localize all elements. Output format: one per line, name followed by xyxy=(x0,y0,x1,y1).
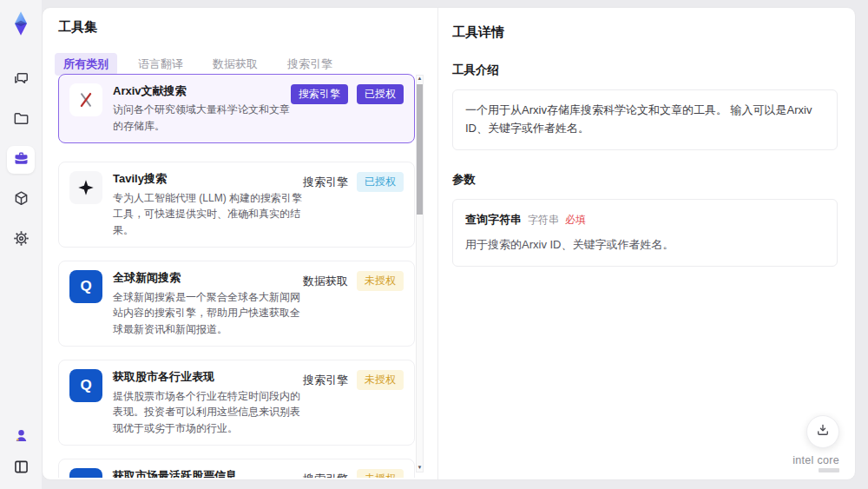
sidebar xyxy=(0,0,42,489)
person-icon xyxy=(12,426,30,448)
app-window: 工具集 所有类别 语言翻译 数据获取 搜索引擎 Arxiv文献搜索 xyxy=(0,0,868,489)
param-description: 用于搜索的Arxiv ID、关键字或作者姓名。 xyxy=(465,236,825,254)
tool-description: 提供股票市场各个行业在特定时间段内的表现。投资者可以利用这些信息来识别表现优于或… xyxy=(113,388,303,437)
tool-card-active-stocks[interactable]: Q 获取市场最活跃股票信息 提供当天交易量最高的股票列表。投资者可以利用这些信息… xyxy=(58,459,415,478)
intro-heading: 工具介绍 xyxy=(452,63,838,78)
scrollbar-thumb[interactable] xyxy=(417,84,423,215)
tool-category-label: 数据获取 xyxy=(303,274,348,289)
auth-status-badge: 已授权 xyxy=(357,84,404,104)
tool-name: 获取市场最活跃股票信息 xyxy=(113,468,303,478)
tool-card-global-news[interactable]: Q 全球新闻搜索 全球新闻搜索是一个聚合全球各大新闻网站内容的搜索引擎，帮助用户… xyxy=(58,261,415,347)
q-news-logo-icon: Q xyxy=(69,270,102,303)
tab-language-translation[interactable]: 语言翻译 xyxy=(129,53,192,76)
auth-status-badge: 已授权 xyxy=(357,172,404,192)
param-name: 查询字符串 xyxy=(465,211,522,229)
param-required-flag: 必填 xyxy=(565,212,586,228)
list-scrollbar[interactable]: ▲ ▼ xyxy=(416,75,424,472)
tool-name: 全球新闻搜索 xyxy=(113,270,303,286)
scroll-up-arrow-icon[interactable]: ▲ xyxy=(418,76,423,83)
main-panel: 工具集 所有类别 语言翻译 数据获取 搜索引擎 Arxiv文献搜索 xyxy=(42,7,856,480)
sidebar-item-tools[interactable] xyxy=(7,146,35,174)
page-title: 工具集 xyxy=(58,19,437,36)
tool-description: 全球新闻搜索是一个聚合全球各大新闻网站内容的搜索引擎，帮助用户快速获取全球最新资… xyxy=(113,289,303,338)
tool-name: 获取股市各行业表现 xyxy=(113,369,303,385)
chat-icon xyxy=(12,69,30,91)
scroll-down-arrow-icon[interactable]: ▼ xyxy=(418,465,423,472)
detail-title: 工具详情 xyxy=(452,24,838,41)
tool-intro-text: 一个用于从Arxiv存储库搜索科学论文和文章的工具。 输入可以是Arxiv ID… xyxy=(452,89,838,150)
tool-category-label: 搜索引擎 xyxy=(303,175,348,190)
sidebar-item-settings[interactable] xyxy=(7,226,35,254)
download-button[interactable] xyxy=(806,415,839,448)
tool-name: Tavily搜索 xyxy=(113,171,303,187)
category-tabs: 所有类别 语言翻译 数据获取 搜索引擎 xyxy=(55,53,437,76)
tool-description: 访问各个研究领域大量科学论文和文章的存储库。 xyxy=(113,102,291,134)
sidebar-item-files[interactable] xyxy=(7,106,35,134)
user-avatar[interactable] xyxy=(9,425,33,449)
tool-card-sector-performance[interactable]: Q 获取股市各行业表现 提供股票市场各个行业在特定时间段内的表现。投资者可以利用… xyxy=(58,360,415,446)
tab-data-fetching[interactable]: 数据获取 xyxy=(204,53,266,76)
tool-card-arxiv[interactable]: Arxiv文献搜索 访问各个研究领域大量科学论文和文章的存储库。 搜索引擎 已授… xyxy=(58,74,415,143)
tool-card-tavily[interactable]: Tavily搜索 专为人工智能代理 (LLM) 构建的搜索引擎工具，可快速提供实… xyxy=(58,162,415,248)
tab-all-categories[interactable]: 所有类别 xyxy=(55,53,117,76)
panel-toggle-icon xyxy=(12,458,30,479)
param-card: 查询字符串 字符串 必填 用于搜索的Arxiv ID、关键字或作者姓名。 xyxy=(452,199,838,268)
intel-core-text: intel core xyxy=(792,454,839,466)
sidebar-item-chat[interactable] xyxy=(7,66,35,94)
sidebar-toggle[interactable] xyxy=(9,456,33,480)
download-icon xyxy=(815,422,831,441)
tavily-star-icon xyxy=(69,171,102,204)
auth-status-badge: 未授权 xyxy=(357,469,404,478)
sidebar-nav xyxy=(7,66,35,254)
folder-icon xyxy=(12,109,30,131)
tools-pane: 工具集 所有类别 语言翻译 数据获取 搜索引擎 Arxiv文献搜索 xyxy=(43,8,437,479)
tool-category-label: 搜索引擎 xyxy=(303,472,348,478)
q-news-logo-icon: Q xyxy=(69,468,102,478)
sidebar-item-models[interactable] xyxy=(7,186,35,214)
toolbox-icon xyxy=(12,149,30,171)
params-heading: 参数 xyxy=(452,172,838,188)
cube-icon xyxy=(12,189,30,211)
tool-description: 专为人工智能代理 (LLM) 构建的搜索引擎工具，可快速提供实时、准确和真实的结… xyxy=(113,190,303,239)
tool-name: Arxiv文献搜索 xyxy=(113,83,291,99)
q-news-logo-icon: Q xyxy=(69,369,102,402)
tool-category-label: 搜索引擎 xyxy=(303,373,348,388)
app-logo-icon xyxy=(8,10,34,36)
intel-core-logo: intel core xyxy=(792,454,839,472)
sidebar-bottom xyxy=(9,425,33,480)
detail-pane: 工具详情 工具介绍 一个用于从Arxiv存储库搜索科学论文和文章的工具。 输入可… xyxy=(438,8,855,479)
auth-status-badge: 未授权 xyxy=(357,370,404,390)
tab-search-engine[interactable]: 搜索引擎 xyxy=(279,53,341,76)
tool-list: Arxiv文献搜索 访问各个研究领域大量科学论文和文章的存储库。 搜索引擎 已授… xyxy=(58,74,415,478)
tool-category-badge: 搜索引擎 xyxy=(291,84,348,104)
arxiv-logo-icon xyxy=(69,83,102,116)
auth-status-badge: 未授权 xyxy=(357,271,404,291)
param-type: 字符串 xyxy=(528,212,559,228)
gear-icon xyxy=(12,229,30,251)
intel-core-sub-badge xyxy=(819,468,839,472)
